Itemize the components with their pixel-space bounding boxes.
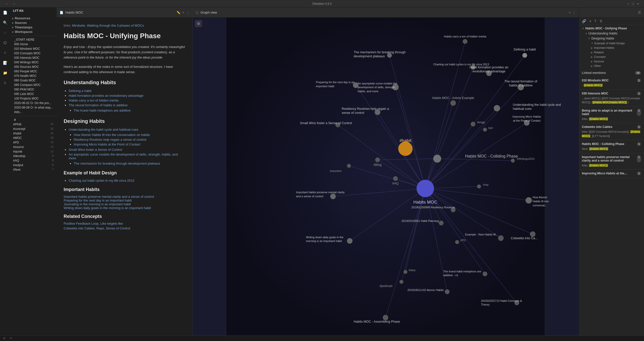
maximize-button[interactable]: □ [632, 2, 634, 6]
tag-develop-count: 9 [52, 154, 54, 158]
tags-icon[interactable]: # [3, 50, 7, 56]
outline-item-related[interactable]: ▶ Related [579, 50, 644, 55]
linked-mentions-header[interactable]: Linked mentions 19 [579, 69, 644, 77]
tag-concept[interactable]: #concept 32 [10, 127, 57, 131]
outline-item-designing[interactable]: ▼ Designing Habits [579, 36, 644, 41]
link-mindsets[interactable]: Mindsets [72, 24, 85, 27]
outline-item-other[interactable]: ▶ Other [579, 64, 644, 68]
list-icon[interactable]: ≡ [589, 19, 591, 23]
sidebar-section-sources[interactable]: Sources [10, 21, 57, 25]
file-060-people[interactable]: 060 People MOC [10, 69, 57, 74]
new-folder-icon[interactable]: 📁 [2, 70, 8, 76]
tag-moc[interactable]: #MOC 25 [10, 136, 57, 140]
close-button[interactable]: × [637, 2, 639, 6]
link-sense-control[interactable]: Sense of Control [106, 226, 130, 230]
graph-canvas[interactable]: ⚙ [192, 18, 579, 335]
link-truest-metaphors[interactable]: The truest habit metaphors are additive [74, 109, 131, 112]
mention-colliding-title[interactable]: Habits MOC - Colliding Phase [582, 142, 624, 146]
link-hidden-inertia[interactable]: Habits carry a ton of hidden inertia [69, 99, 118, 102]
outline-item-understanding[interactable]: ▼ Understanding Habits [579, 31, 644, 36]
mention-adapt-title[interactable]: Being able to adapt is an important habi… [582, 109, 637, 116]
tag-output[interactable]: #output 8 [10, 163, 57, 167]
mention-improving-title[interactable]: Improving Micro Habits at the... [582, 172, 627, 175]
link-break-plateaus[interactable]: The mechanism for breaking through devel… [74, 162, 160, 165]
tag-pkm[interactable]: #PKM 47 [10, 122, 57, 127]
text-icon[interactable]: T [594, 19, 596, 23]
forward-button[interactable]: → [12, 2, 16, 6]
outline-item-sources[interactable]: ▶ Sources [579, 59, 644, 64]
star-icon[interactable]: ☆ [3, 30, 8, 36]
sidebar-section-resources[interactable]: Resources [10, 16, 57, 21]
link-journaling[interactable]: Journaling in the morning is an importan… [64, 202, 131, 206]
files-icon[interactable]: 📄 [2, 10, 8, 16]
file-ids[interactable]: #ids... [10, 110, 57, 114]
file-040-writings[interactable]: 040 Writings MOC [10, 60, 57, 65]
mention-010-title[interactable]: 010 Mindsets MOC [582, 79, 609, 82]
minimize-button[interactable]: – [627, 2, 629, 6]
graph-close-icon[interactable]: × [569, 11, 571, 14]
link-phases[interactable]: Walking through the 3 phases of MOCs [87, 24, 144, 27]
file-085-compass[interactable]: 085 Compass MOC [10, 83, 57, 87]
sidebar-section-timestamps[interactable]: Timestamps [10, 25, 57, 30]
link-preparing-day[interactable]: Preparing for the next day is an importa… [64, 199, 132, 202]
link-icon[interactable]: 🔗 [582, 19, 586, 23]
mention-030-title[interactable]: 030 Interests MOC [582, 92, 608, 95]
link-writing-goals[interactable]: Writing down daily goals in the morning … [64, 206, 151, 210]
outline-item-concepts[interactable]: ▶ Concepts [579, 55, 644, 59]
file-080-goals[interactable]: 080 Goals MOC [10, 78, 57, 83]
link-positive-feedback[interactable]: Positive Feedback Loop [64, 222, 99, 225]
link-defining-habit[interactable]: Defining a habit [69, 89, 91, 93]
svg-text:#Writings2015: #Writings2015 [517, 157, 534, 160]
tag-fave[interactable]: #fave 7 [10, 167, 57, 172]
search-icon[interactable]: 🔍 [2, 20, 8, 26]
sidebar-section-workspaces[interactable]: Workspaces [10, 30, 57, 34]
file-020-concepts[interactable]: 020 Concepts MOC [10, 51, 57, 56]
link-asymptotic[interactable]: An asymptotic curve models the developme… [69, 153, 178, 160]
file-010-mindsets[interactable]: 010 Mindsets MOC [10, 46, 57, 51]
tag-hash[interactable]: # [10, 118, 57, 122]
link-evolutionary[interactable]: Habit formation provides an evolutionary… [69, 94, 143, 98]
tag-aq[interactable]: #AQ 8 [10, 158, 57, 163]
mention-cobwebs-title[interactable]: Cobwebs into Cables [582, 125, 612, 129]
file-100-projects[interactable]: 100 Projects MOC [10, 96, 57, 101]
link-mental-clarity[interactable]: Important habits preserve mental clarity… [64, 195, 154, 199]
edit-icon[interactable]: ✏️ [177, 11, 180, 14]
link-small-wins[interactable]: Small Wins foster a Sense of Control [69, 148, 122, 152]
link-improving-micro[interactable]: Improving Micro Habits at the Point of C… [74, 142, 140, 146]
new-file-icon[interactable]: 📝 [2, 60, 8, 66]
mention-mental-title[interactable]: Important habits preserve mental clarity… [582, 155, 637, 162]
file-090-pkm[interactable]: 090 PKM MOC [10, 87, 57, 92]
file-000-home[interactable]: 000 Home [10, 42, 57, 46]
link-reps[interactable]: Reps [96, 226, 104, 230]
outline-item-important[interactable]: ▶ Important Habits [579, 45, 644, 50]
link-like-begets[interactable]: Like begets like [100, 222, 123, 225]
sort-icon[interactable]: ⇅ [3, 80, 8, 86]
editor-close-icon[interactable]: × [182, 11, 184, 14]
file-2020-0602[interactable]: 2020-06-02 O- On the pro... [10, 101, 57, 105]
link-habit-cycle-cues[interactable]: Understanding the habit cycle and habitu… [69, 128, 138, 131]
tag-pd[interactable]: #PD 14 [10, 140, 57, 145]
tag-habit[interactable]: #habit 31 [10, 131, 57, 136]
link-neural-formation[interactable]: The neural formation of habits is additi… [69, 103, 128, 107]
graph-more-icon[interactable]: ⋮ [573, 11, 576, 14]
link-atomic-habits[interactable]: How Atomic Habits fit into the conversat… [74, 133, 150, 137]
outline-item-example[interactable]: ▼ Example of Habit Design [579, 41, 644, 45]
link-charting-cycles[interactable]: Charting out habit cycles in my life cir… [69, 179, 134, 182]
sort-rp-icon[interactable]: ⇅ [599, 19, 602, 23]
file-2020-0808[interactable]: 2020-08-08 O- In what way... [10, 105, 57, 110]
tag-source[interactable]: #source 13 [10, 145, 57, 149]
file-030-interests[interactable]: 030 Interests MOC [10, 56, 57, 60]
tag-develop[interactable]: #develop 9 [10, 154, 57, 158]
file-095-lists[interactable]: 095 Lists MOC [10, 92, 57, 96]
link-resiliency[interactable]: Resiliency Routines help regain a sense … [74, 138, 146, 141]
link-cobwebs[interactable]: Cobwebs into Cables [64, 226, 95, 230]
tag-quote[interactable]: #quote 11 [10, 149, 57, 154]
file-050-sources[interactable]: 050 Sources MOC [10, 65, 57, 69]
editor-more-icon[interactable]: ⋮ [186, 11, 189, 14]
back-button[interactable]: ← [5, 2, 8, 6]
file-070-health[interactable]: 070 Health MOC [10, 74, 57, 78]
outline-item-root[interactable]: ▼ Habits MOC - Unifying Phase [579, 26, 644, 31]
graph-icon[interactable]: ⬡ [3, 40, 8, 46]
file-start-here[interactable]: _START HERE [10, 37, 57, 42]
graph-settings-button[interactable]: ⚙ [195, 20, 202, 27]
